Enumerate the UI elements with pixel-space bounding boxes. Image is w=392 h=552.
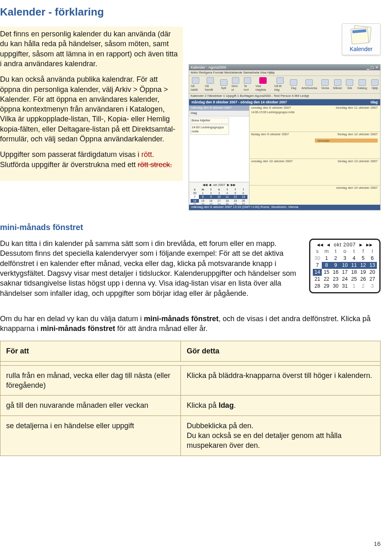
today-button-label: Idag <box>371 100 378 105</box>
event-item: 14:00 Ledningsgrupps möte <box>190 125 229 135</box>
mini-month-illustration: ◀◀ ◀ okt 2007 ▶ ▶▶ smtotfl 30123456 7891… <box>309 239 381 293</box>
table-row: se detaljerna i en händelse eller uppgif… <box>0 416 381 456</box>
window-titlebar: Kalender : Agora2000 ▁ ▢ ✕ <box>189 65 380 70</box>
th-for-att: För att <box>0 341 181 361</box>
week-grid: onsdag den 8 oktober 2007torsdag den 11 … <box>249 105 380 210</box>
toolbar-help-button: Hjälp <box>371 79 379 90</box>
intro-yellow-box: Det finns en personlig kalender du kan a… <box>0 27 183 181</box>
week-row: tisdag den 9 oktober 2007fredag den 12 o… <box>249 132 380 159</box>
cell-action: rulla från en månad, vecka eller dag til… <box>0 365 181 396</box>
table-row: gå till den nuvarande månaden eller veck… <box>0 396 381 416</box>
p3a: Uppgifter som passerat färdigdatum visas… <box>0 150 141 159</box>
toolbar-gototoday-button: Gå till idag <box>274 77 286 92</box>
page-number: 16 <box>374 540 381 548</box>
p3d: rött streck. <box>138 161 172 169</box>
toolbar-day-button: Dag <box>290 79 297 90</box>
cell-instruction: Dubbeklicka på den. Du kan också se en d… <box>181 416 381 456</box>
intro-p3: Uppgifter som passerat färdigdatum visas… <box>0 150 178 170</box>
screenshot-block: Kalender Kalender : Agora2000 ▁ ▢ ✕ Arki… <box>189 27 381 210</box>
toolbar-back-button: Gå bakåt <box>191 77 201 92</box>
cell-instruction: Klicka på bläddra-knapparna överst till … <box>181 365 381 396</box>
intro-p2: Du kan också använda publika kalendrar. … <box>0 74 178 144</box>
top-row: Det finns en personlig kalender du kan a… <box>0 27 381 210</box>
week-range: måndag den 8 oktober 2007 - söndag den 1… <box>192 100 287 105</box>
p3b: rött <box>141 150 152 159</box>
event-item: Boka biljetter <box>190 118 229 124</box>
left-tab: Idag <box>189 111 249 116</box>
page-title: Kalender - förklaring <box>0 5 381 19</box>
calendar-icon <box>350 26 373 44</box>
toolbar-todaylist-button: Visa idaglista <box>256 77 270 92</box>
th-gor-detta: Gör detta <box>181 341 381 361</box>
cell-instruction: Klicka på Idag. <box>181 396 381 416</box>
day-events: Boka biljetter 14:00 Ledningsgrupps möte <box>189 116 249 182</box>
toolbar-month-button: Månad <box>333 79 342 90</box>
mini-month-para: Du kan titta i din kalender på samma sät… <box>0 239 298 298</box>
left-day-column: måndag den 8 oktober 2007 Idag Boka bilj… <box>189 105 249 210</box>
minical-nav: ◀◀ ◀ okt 2007 ▶ ▶▶ <box>313 241 377 248</box>
menubar: Arkiv Redigera Format Meddelande Samarbe… <box>189 70 380 76</box>
minical-nav: ◀◀ ◀ okt 2007 ▶ ▶▶ <box>191 183 247 188</box>
breadcrumb: Kalender 2 Händelser 1 Uppgift 1 Borttag… <box>189 94 380 99</box>
window-title: Kalender : Agora2000 <box>191 65 226 70</box>
table-row: rulla från en månad, vecka eller dag til… <box>0 365 381 396</box>
calendar-app-screenshot: Kalender : Agora2000 ▁ ▢ ✕ Arkiv Rediger… <box>189 64 381 210</box>
week-header: måndag den 8 oktober 2007 - söndag den 1… <box>189 99 380 105</box>
minical-illus-table: smtotfl 30123456 78910111213 14151617181… <box>313 248 377 289</box>
instructions-table: För att Gör detta rulla från en månad, v… <box>0 341 381 456</box>
kalender-icon-label: Kalender <box>344 45 379 53</box>
left-day-header: måndag den 8 oktober 2007 <box>189 105 249 111</box>
toolbar-forward-button: Gå framåt <box>205 77 216 92</box>
intro-p1: Det finns en personlig kalender du kan a… <box>0 29 178 69</box>
toolbar-workweek-button: Arbetsvecka <box>301 79 317 90</box>
toolbar-week-button: Vecka <box>321 79 329 90</box>
cell-action: gå till den nuvarande månaden eller veck… <box>0 396 181 416</box>
window-controls-icon: ▁ ▢ ✕ <box>367 65 379 70</box>
week-row: onsdag den 8 oktober 2007torsdag den 11 … <box>249 105 380 132</box>
subheading-mini-month: mini-månads fönstret <box>0 222 381 233</box>
kalender-shortcut-icon: Kalender <box>342 23 381 55</box>
week-row: onsdag den 10 oktober 2007lördag den 13 … <box>249 159 380 185</box>
toolbar-delete-button: Ta bort <box>244 77 252 92</box>
toolbar-print-button: Skriv ut <box>232 77 240 92</box>
toolbar-new-button: Nytt <box>220 79 227 90</box>
cell-action: se detaljerna i en händelse eller uppgif… <box>0 416 181 456</box>
toolbar: Gå bakåt Gå framåt Nytt Skriv ut Ta bort… <box>189 76 380 94</box>
toolbar-search-button: Sök <box>346 79 353 90</box>
toolbar-catalog-button: Katalog <box>357 79 367 90</box>
mini-month-para2: Om du har en delad vy kan du välja datum… <box>0 314 381 334</box>
status-bar: måndag den 8 oktober 2007 13:19 (GMT+1:0… <box>189 205 380 210</box>
